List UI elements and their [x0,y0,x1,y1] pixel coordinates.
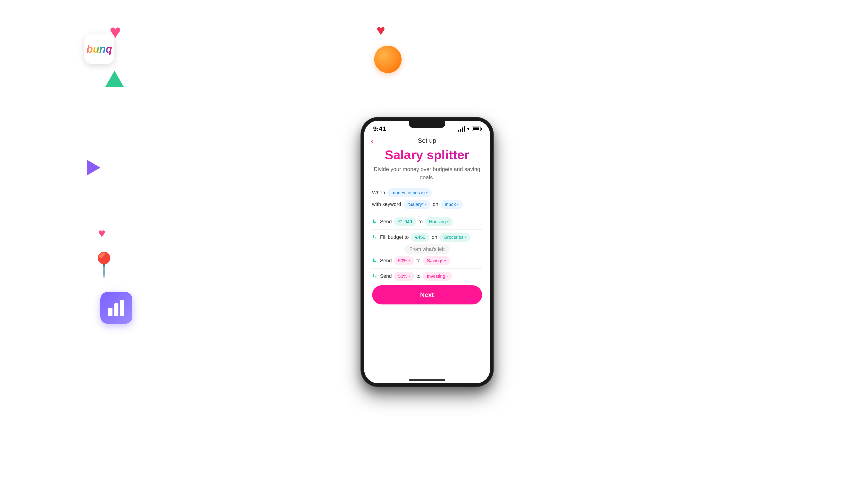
nav-bar: ‹ Set up [364,135,490,145]
phone-frame: 9:41 ▾ ‹ Set up [361,118,493,386]
home-bar [409,379,445,381]
inbox-value: Inbox [445,202,456,207]
home-indicator [364,377,490,383]
rule1-amount-pill[interactable]: €1.049 [394,217,416,226]
rule2-destination: Groceries [444,235,463,240]
rule3-arrow-icon: ↳ [372,257,377,264]
rule1-send-label: Send [380,219,392,224]
signal-bar-4 [464,126,465,131]
when-section: When money comes in ▾ with keyword "Sala… [372,188,482,209]
triangle-green-icon [105,71,124,87]
rule1-to-label: to [419,219,423,224]
rule4-row: ↳ Send 50% ▾ to Investing ▾ [372,272,482,281]
rule3-to-label: to [416,258,421,264]
rule1-destination-pill[interactable]: Housing ▾ [425,217,452,226]
from-whats-left-label: From what's left [404,245,450,254]
signal-bar-1 [458,130,459,131]
inbox-pill[interactable]: Inbox ▾ [441,200,463,209]
chevron-down-icon-4: ▾ [447,220,448,223]
rule4-destination: Investing [427,274,445,279]
when-rule-row: When money comes in ▾ [372,188,482,197]
rule4-destination-pill[interactable]: Investing ▾ [423,272,452,281]
chevron-down-icon: ▾ [426,191,428,195]
chart-bar-2 [114,303,119,316]
rule2-destination-pill[interactable]: Groceries ▾ [440,233,470,242]
divider-1 [372,214,482,214]
chart-app-icon [101,292,132,324]
rule3-destination-pill[interactable]: Savings ▾ [423,256,450,265]
status-time: 9:41 [373,125,386,132]
rule4-percent: 50% [398,274,407,279]
heart-red-top-icon: ♥ [376,22,385,39]
rule3-row: ↳ Send 50% ▾ to Savings ▾ [372,256,482,265]
rule1-destination: Housing [429,219,446,224]
chart-bar-1 [108,308,112,316]
rule4-to-label: to [416,273,421,279]
rule2-amount-pill[interactable]: €450 [411,233,429,242]
keyword-pill[interactable]: "Salary" ▾ [403,200,430,209]
chevron-down-icon-2: ▾ [425,202,426,206]
rule1-arrow-icon: ↳ [372,218,377,225]
map-pin-icon: 📍 [89,251,119,279]
rule2-arrow-icon: ↳ [372,234,377,240]
on-label: on [433,201,438,207]
nav-title: Set up [418,137,436,144]
rule2-row: ↳ Fill budget to €450 on Groceries ▾ [372,233,482,242]
phone-screen: 9:41 ▾ ‹ Set up [364,121,490,383]
chevron-down-icon-8: ▾ [408,274,410,278]
divider-3 [372,268,482,269]
keyword-rule-row: with keyword "Salary" ▾ on Inbox ▾ [372,200,482,209]
with-keyword-label: with keyword [372,201,401,207]
battery-icon [472,127,481,131]
page-title: Salary splitter [372,148,482,162]
rule2-fill-label: Fill budget to [380,234,409,240]
orange-ball-icon [374,46,402,73]
bunq-icon: bunq [85,34,114,64]
when-label: When [372,190,385,196]
chart-bar-3 [120,300,124,316]
money-comes-in-label: money comes in [392,190,425,195]
heart-pink-top-icon: ♥ [109,20,121,43]
phone-notch [409,121,445,128]
chart-bars [108,300,124,316]
chevron-down-icon-3: ▾ [457,202,459,206]
rule2-amount: €450 [415,235,425,240]
signal-bars-icon [458,126,465,131]
rule1-amount: €1.049 [398,219,412,224]
back-button[interactable]: ‹ [371,137,373,145]
rule4-percent-pill[interactable]: 50% ▾ [394,272,414,281]
rule4-send-label: Send [380,273,392,279]
rule1-row: ↳ Send €1.049 to Housing ▾ [372,217,482,226]
status-icons: ▾ [458,126,481,132]
chevron-down-icon-5: ▾ [464,235,466,239]
signal-bar-2 [460,129,461,131]
screen-content: Salary splitter Divide your money over b… [364,145,490,377]
chevron-down-icon-9: ▾ [446,274,448,278]
keyword-value: "Salary" [408,202,424,207]
rule3-destination: Savings [427,258,443,264]
chevron-down-icon-7: ▾ [444,259,446,263]
heart-pink-bottom-icon: ♥ [98,226,106,240]
battery-fill [473,127,479,130]
money-comes-in-pill[interactable]: money comes in ▾ [387,188,432,197]
rule3-percent: 50% [398,258,407,264]
triangle-purple-icon [87,160,101,176]
rule2-on-label: on [432,234,437,240]
wifi-icon: ▾ [467,126,469,132]
next-button[interactable]: Next [372,285,482,304]
rule3-send-label: Send [380,258,392,264]
bunq-logo-text: bunq [87,43,112,55]
rule3-percent-pill[interactable]: 50% ▾ [394,256,414,265]
signal-bar-3 [462,127,463,131]
rule4-arrow-icon: ↳ [372,273,377,280]
page-subtitle: Divide your money over budgets and savin… [372,165,482,182]
chevron-down-icon-6: ▾ [408,259,410,263]
phone-mockup: 9:41 ▾ ‹ Set up [361,118,493,386]
from-whats-left-container: From what's left [372,245,482,254]
